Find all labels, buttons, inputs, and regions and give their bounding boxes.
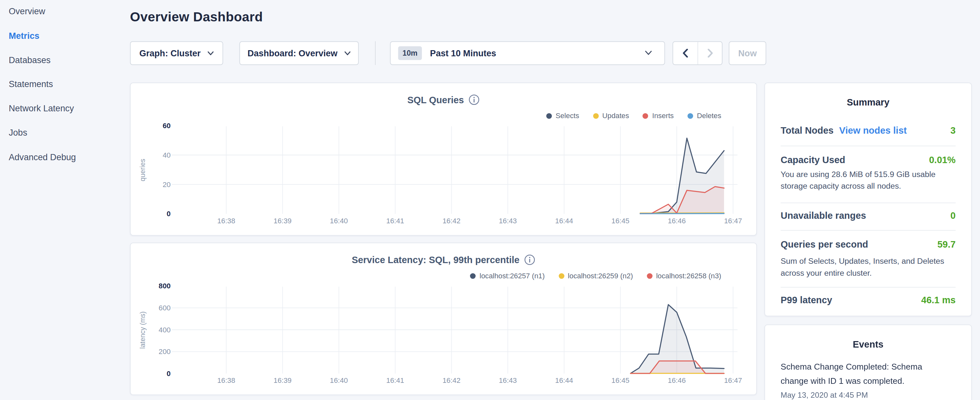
svg-text:16:47: 16:47 <box>724 217 742 225</box>
sidebar-item-network-latency[interactable]: Network Latency <box>0 96 125 120</box>
service-latency-chart-card: Service Latency: SQL, 99th percentile lo… <box>130 243 757 395</box>
event-list-item[interactable]: Schema Change Completed: Schema change w… <box>781 360 956 400</box>
controls-divider <box>375 41 375 65</box>
svg-text:16:46: 16:46 <box>668 217 686 225</box>
sidebar: Overview Metrics Databases Statements Ne… <box>0 0 125 400</box>
svg-text:16:40: 16:40 <box>330 376 348 384</box>
svg-text:400: 400 <box>159 326 170 334</box>
svg-text:16:43: 16:43 <box>499 376 517 384</box>
svg-text:16:39: 16:39 <box>274 376 292 384</box>
summary-row-label: Unavailable ranges <box>781 210 866 221</box>
summary-row-value: 59.7 <box>937 239 955 250</box>
svg-text:16:46: 16:46 <box>668 376 686 384</box>
time-range-label: Past 10 Minutes <box>430 48 496 58</box>
svg-text:16:38: 16:38 <box>217 376 235 384</box>
svg-text:queries: queries <box>139 159 146 182</box>
svg-text:60: 60 <box>163 122 171 130</box>
time-range-dropdown[interactable]: 10m Past 10 Minutes <box>390 41 665 65</box>
summary-row-unavailable-ranges: Unavailable ranges 0 <box>781 203 956 231</box>
chevron-down-icon <box>645 51 652 55</box>
svg-text:600: 600 <box>159 304 170 312</box>
summary-panel: Summary Total Nodes View nodes list 3 Ca… <box>765 83 972 316</box>
svg-text:16:41: 16:41 <box>386 376 404 384</box>
summary-row-description: You are using 28.6 MiB of 515.9 GiB usab… <box>781 168 956 192</box>
dashboard-dropdown[interactable]: Dashboard: Overview <box>239 41 359 65</box>
sidebar-item-databases[interactable]: Databases <box>0 48 125 72</box>
summary-row-description: Sum of Selects, Updates, Inserts, and De… <box>781 255 956 279</box>
view-nodes-list-link[interactable]: View nodes list <box>839 125 907 135</box>
sql-queries-plot[interactable]: 16:3816:3916:4016:4116:4216:4316:4416:45… <box>131 83 758 236</box>
svg-text:200: 200 <box>159 347 170 356</box>
dashboard-dropdown-label: Dashboard: Overview <box>248 48 337 58</box>
summary-row-label: Queries per second <box>781 239 869 250</box>
summary-row-capacity: Capacity Used 0.01% You are using 28.6 M… <box>781 146 956 203</box>
summary-row-value: 3 <box>951 125 956 135</box>
now-button-label: Now <box>738 48 757 58</box>
sidebar-item-advanced-debug[interactable]: Advanced Debug <box>0 145 125 169</box>
sidebar-item-jobs[interactable]: Jobs <box>0 120 125 145</box>
svg-text:16:39: 16:39 <box>274 217 292 225</box>
event-timestamp: May 13, 2020 at 4:45 PM <box>781 390 956 399</box>
svg-text:0: 0 <box>167 210 170 218</box>
summary-row-label: Capacity Used <box>781 155 845 165</box>
event-text: Schema Change Completed: Schema change w… <box>781 360 931 388</box>
chevron-down-icon <box>344 51 350 55</box>
svg-text:latency (ms): latency (ms) <box>139 311 146 349</box>
svg-text:16:43: 16:43 <box>499 217 517 225</box>
svg-text:16:45: 16:45 <box>611 217 630 225</box>
summary-title: Summary <box>781 97 956 107</box>
chevron-down-icon <box>207 51 213 55</box>
events-panel: Events Schema Change Completed: Schema c… <box>765 325 972 400</box>
svg-text:16:41: 16:41 <box>386 217 404 225</box>
service-latency-plot[interactable]: 16:3816:3916:4016:4116:4216:4316:4416:45… <box>131 243 758 396</box>
chevron-left-icon <box>682 49 688 57</box>
svg-text:16:47: 16:47 <box>724 376 742 384</box>
sql-queries-chart-card: SQL Queries Selects Updates Inserts Dele… <box>130 83 757 236</box>
graph-dropdown[interactable]: Graph: Cluster <box>130 41 223 65</box>
svg-text:16:42: 16:42 <box>442 217 461 225</box>
page-title: Overview Dashboard <box>130 10 263 24</box>
summary-row-queries-per-second: Queries per second 59.7 Sum of Selects, … <box>781 231 956 288</box>
svg-text:16:44: 16:44 <box>555 376 573 384</box>
sidebar-item-statements[interactable]: Statements <box>0 72 125 96</box>
sidebar-item-overview[interactable]: Overview <box>0 0 125 24</box>
summary-row-label: P99 latency <box>781 295 832 305</box>
svg-text:20: 20 <box>163 180 171 189</box>
time-step-forward-button[interactable] <box>698 42 722 64</box>
svg-text:16:44: 16:44 <box>555 217 573 225</box>
svg-text:40: 40 <box>163 151 171 159</box>
chevron-right-icon <box>707 49 713 57</box>
events-title: Events <box>781 339 956 349</box>
summary-row-total-nodes: Total Nodes View nodes list 3 <box>781 107 956 146</box>
time-scale-badge: 10m <box>398 46 422 60</box>
summary-row-label: Total Nodes <box>781 125 834 135</box>
svg-text:16:38: 16:38 <box>217 217 235 225</box>
svg-text:0: 0 <box>167 370 170 378</box>
svg-text:16:40: 16:40 <box>330 217 348 225</box>
now-button[interactable]: Now <box>729 41 766 65</box>
svg-text:16:45: 16:45 <box>611 376 630 384</box>
graph-dropdown-label: Graph: Cluster <box>140 48 200 58</box>
sidebar-item-metrics[interactable]: Metrics <box>0 24 125 48</box>
summary-row-p99-latency: P99 latency 46.1 ms <box>781 288 956 314</box>
summary-row-value: 46.1 ms <box>921 295 955 305</box>
summary-row-value: 0.01% <box>929 155 955 165</box>
time-step-back-button[interactable] <box>673 42 698 64</box>
svg-text:800: 800 <box>159 282 170 290</box>
summary-row-value: 0 <box>951 210 956 221</box>
svg-text:16:42: 16:42 <box>442 376 461 384</box>
time-step-buttons <box>673 41 723 65</box>
